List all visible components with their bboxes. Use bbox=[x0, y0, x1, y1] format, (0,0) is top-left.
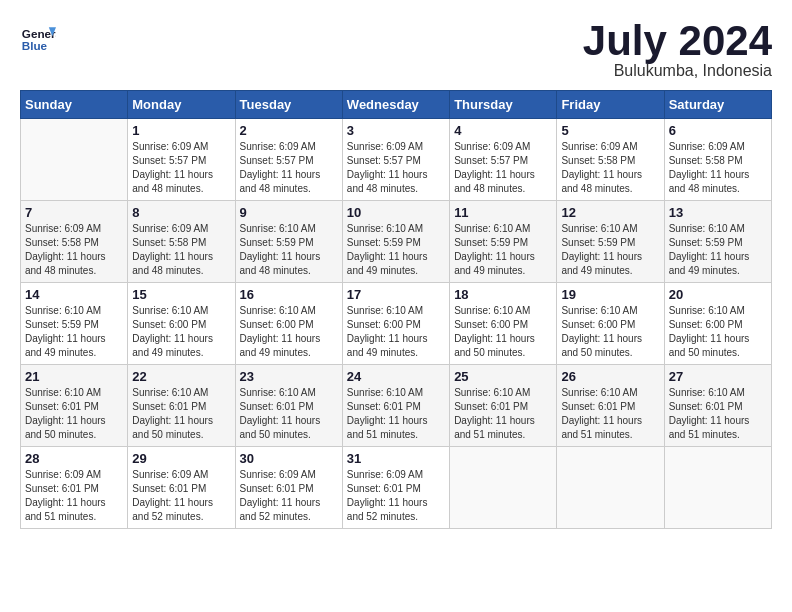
calendar-cell: 24Sunrise: 6:10 AM Sunset: 6:01 PM Dayli… bbox=[342, 365, 449, 447]
calendar-cell: 27Sunrise: 6:10 AM Sunset: 6:01 PM Dayli… bbox=[664, 365, 771, 447]
day-info: Sunrise: 6:10 AM Sunset: 6:01 PM Dayligh… bbox=[25, 386, 123, 442]
calendar-cell: 16Sunrise: 6:10 AM Sunset: 6:00 PM Dayli… bbox=[235, 283, 342, 365]
calendar-cell: 2Sunrise: 6:09 AM Sunset: 5:57 PM Daylig… bbox=[235, 119, 342, 201]
day-number: 5 bbox=[561, 123, 659, 138]
weekday-header-monday: Monday bbox=[128, 91, 235, 119]
calendar-cell: 23Sunrise: 6:10 AM Sunset: 6:01 PM Dayli… bbox=[235, 365, 342, 447]
day-info: Sunrise: 6:10 AM Sunset: 5:59 PM Dayligh… bbox=[454, 222, 552, 278]
day-number: 23 bbox=[240, 369, 338, 384]
day-info: Sunrise: 6:10 AM Sunset: 6:01 PM Dayligh… bbox=[669, 386, 767, 442]
day-number: 27 bbox=[669, 369, 767, 384]
day-number: 21 bbox=[25, 369, 123, 384]
day-info: Sunrise: 6:10 AM Sunset: 5:59 PM Dayligh… bbox=[347, 222, 445, 278]
day-info: Sunrise: 6:09 AM Sunset: 6:01 PM Dayligh… bbox=[240, 468, 338, 524]
calendar-cell bbox=[450, 447, 557, 529]
day-info: Sunrise: 6:09 AM Sunset: 5:58 PM Dayligh… bbox=[132, 222, 230, 278]
calendar-cell: 26Sunrise: 6:10 AM Sunset: 6:01 PM Dayli… bbox=[557, 365, 664, 447]
day-info: Sunrise: 6:10 AM Sunset: 6:00 PM Dayligh… bbox=[561, 304, 659, 360]
day-info: Sunrise: 6:09 AM Sunset: 5:58 PM Dayligh… bbox=[25, 222, 123, 278]
calendar-cell: 8Sunrise: 6:09 AM Sunset: 5:58 PM Daylig… bbox=[128, 201, 235, 283]
day-number: 20 bbox=[669, 287, 767, 302]
calendar-cell: 11Sunrise: 6:10 AM Sunset: 5:59 PM Dayli… bbox=[450, 201, 557, 283]
day-info: Sunrise: 6:10 AM Sunset: 6:01 PM Dayligh… bbox=[561, 386, 659, 442]
day-number: 24 bbox=[347, 369, 445, 384]
day-number: 6 bbox=[669, 123, 767, 138]
calendar-table: SundayMondayTuesdayWednesdayThursdayFrid… bbox=[20, 90, 772, 529]
weekday-header-sunday: Sunday bbox=[21, 91, 128, 119]
page-header: General Blue July 2024 Bulukumba, Indone… bbox=[20, 20, 772, 80]
day-info: Sunrise: 6:09 AM Sunset: 5:58 PM Dayligh… bbox=[561, 140, 659, 196]
day-number: 29 bbox=[132, 451, 230, 466]
day-info: Sunrise: 6:09 AM Sunset: 5:58 PM Dayligh… bbox=[669, 140, 767, 196]
day-info: Sunrise: 6:10 AM Sunset: 5:59 PM Dayligh… bbox=[561, 222, 659, 278]
day-number: 22 bbox=[132, 369, 230, 384]
day-info: Sunrise: 6:09 AM Sunset: 5:57 PM Dayligh… bbox=[454, 140, 552, 196]
calendar-cell: 21Sunrise: 6:10 AM Sunset: 6:01 PM Dayli… bbox=[21, 365, 128, 447]
weekday-header-tuesday: Tuesday bbox=[235, 91, 342, 119]
day-info: Sunrise: 6:10 AM Sunset: 5:59 PM Dayligh… bbox=[669, 222, 767, 278]
weekday-header-saturday: Saturday bbox=[664, 91, 771, 119]
title-section: July 2024 Bulukumba, Indonesia bbox=[583, 20, 772, 80]
calendar-cell bbox=[557, 447, 664, 529]
svg-text:Blue: Blue bbox=[22, 39, 48, 52]
day-number: 31 bbox=[347, 451, 445, 466]
day-info: Sunrise: 6:10 AM Sunset: 6:01 PM Dayligh… bbox=[132, 386, 230, 442]
day-info: Sunrise: 6:09 AM Sunset: 5:57 PM Dayligh… bbox=[240, 140, 338, 196]
day-number: 16 bbox=[240, 287, 338, 302]
calendar-cell: 13Sunrise: 6:10 AM Sunset: 5:59 PM Dayli… bbox=[664, 201, 771, 283]
day-info: Sunrise: 6:10 AM Sunset: 6:01 PM Dayligh… bbox=[454, 386, 552, 442]
day-number: 10 bbox=[347, 205, 445, 220]
calendar-cell: 4Sunrise: 6:09 AM Sunset: 5:57 PM Daylig… bbox=[450, 119, 557, 201]
weekday-header-friday: Friday bbox=[557, 91, 664, 119]
calendar-cell bbox=[21, 119, 128, 201]
calendar-cell: 28Sunrise: 6:09 AM Sunset: 6:01 PM Dayli… bbox=[21, 447, 128, 529]
calendar-cell: 18Sunrise: 6:10 AM Sunset: 6:00 PM Dayli… bbox=[450, 283, 557, 365]
day-number: 26 bbox=[561, 369, 659, 384]
day-info: Sunrise: 6:09 AM Sunset: 6:01 PM Dayligh… bbox=[132, 468, 230, 524]
calendar-cell: 29Sunrise: 6:09 AM Sunset: 6:01 PM Dayli… bbox=[128, 447, 235, 529]
calendar-cell: 6Sunrise: 6:09 AM Sunset: 5:58 PM Daylig… bbox=[664, 119, 771, 201]
logo: General Blue bbox=[20, 20, 56, 56]
day-number: 15 bbox=[132, 287, 230, 302]
day-number: 19 bbox=[561, 287, 659, 302]
calendar-cell: 19Sunrise: 6:10 AM Sunset: 6:00 PM Dayli… bbox=[557, 283, 664, 365]
weekday-header-wednesday: Wednesday bbox=[342, 91, 449, 119]
calendar-cell: 12Sunrise: 6:10 AM Sunset: 5:59 PM Dayli… bbox=[557, 201, 664, 283]
day-info: Sunrise: 6:10 AM Sunset: 5:59 PM Dayligh… bbox=[240, 222, 338, 278]
day-number: 30 bbox=[240, 451, 338, 466]
day-info: Sunrise: 6:10 AM Sunset: 6:00 PM Dayligh… bbox=[669, 304, 767, 360]
logo-icon: General Blue bbox=[20, 20, 56, 56]
day-info: Sunrise: 6:10 AM Sunset: 5:59 PM Dayligh… bbox=[25, 304, 123, 360]
day-number: 1 bbox=[132, 123, 230, 138]
calendar-cell: 1Sunrise: 6:09 AM Sunset: 5:57 PM Daylig… bbox=[128, 119, 235, 201]
day-number: 2 bbox=[240, 123, 338, 138]
calendar-cell: 17Sunrise: 6:10 AM Sunset: 6:00 PM Dayli… bbox=[342, 283, 449, 365]
calendar-cell: 14Sunrise: 6:10 AM Sunset: 5:59 PM Dayli… bbox=[21, 283, 128, 365]
day-info: Sunrise: 6:10 AM Sunset: 6:00 PM Dayligh… bbox=[240, 304, 338, 360]
calendar-cell: 9Sunrise: 6:10 AM Sunset: 5:59 PM Daylig… bbox=[235, 201, 342, 283]
month-title: July 2024 bbox=[583, 20, 772, 62]
day-info: Sunrise: 6:09 AM Sunset: 5:57 PM Dayligh… bbox=[347, 140, 445, 196]
calendar-cell: 22Sunrise: 6:10 AM Sunset: 6:01 PM Dayli… bbox=[128, 365, 235, 447]
calendar-cell: 5Sunrise: 6:09 AM Sunset: 5:58 PM Daylig… bbox=[557, 119, 664, 201]
day-info: Sunrise: 6:10 AM Sunset: 6:00 PM Dayligh… bbox=[454, 304, 552, 360]
day-number: 12 bbox=[561, 205, 659, 220]
day-info: Sunrise: 6:10 AM Sunset: 6:01 PM Dayligh… bbox=[240, 386, 338, 442]
location: Bulukumba, Indonesia bbox=[583, 62, 772, 80]
day-info: Sunrise: 6:09 AM Sunset: 5:57 PM Dayligh… bbox=[132, 140, 230, 196]
calendar-cell: 7Sunrise: 6:09 AM Sunset: 5:58 PM Daylig… bbox=[21, 201, 128, 283]
day-number: 17 bbox=[347, 287, 445, 302]
day-number: 3 bbox=[347, 123, 445, 138]
calendar-cell: 25Sunrise: 6:10 AM Sunset: 6:01 PM Dayli… bbox=[450, 365, 557, 447]
calendar-cell bbox=[664, 447, 771, 529]
calendar-cell: 10Sunrise: 6:10 AM Sunset: 5:59 PM Dayli… bbox=[342, 201, 449, 283]
day-info: Sunrise: 6:10 AM Sunset: 6:00 PM Dayligh… bbox=[347, 304, 445, 360]
day-number: 28 bbox=[25, 451, 123, 466]
day-number: 4 bbox=[454, 123, 552, 138]
day-number: 11 bbox=[454, 205, 552, 220]
weekday-header-thursday: Thursday bbox=[450, 91, 557, 119]
day-number: 9 bbox=[240, 205, 338, 220]
day-info: Sunrise: 6:10 AM Sunset: 6:00 PM Dayligh… bbox=[132, 304, 230, 360]
day-number: 14 bbox=[25, 287, 123, 302]
day-info: Sunrise: 6:09 AM Sunset: 6:01 PM Dayligh… bbox=[25, 468, 123, 524]
